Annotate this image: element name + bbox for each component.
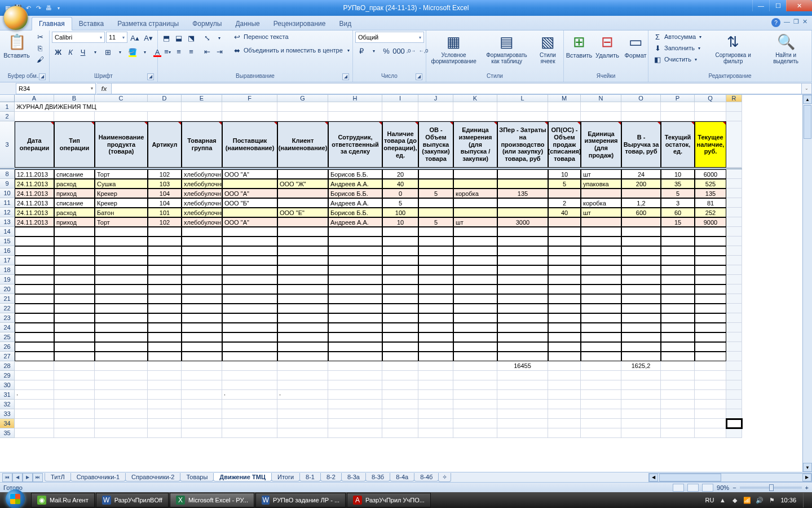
help-icon[interactable]: ? — [771, 18, 780, 27]
table-cell[interactable]: Торт — [95, 217, 148, 227]
table-cell[interactable]: Крекер — [95, 189, 148, 198]
sheet-tab[interactable]: Товары — [180, 473, 214, 481]
table-cell[interactable]: 0 — [382, 189, 418, 198]
column-header[interactable]: F — [222, 95, 277, 102]
scroll-left-icon[interactable]: ◀ — [649, 474, 658, 481]
taskbar-button[interactable]: ◉Mail.Ru Агент — [31, 493, 95, 507]
dialog-launcher-icon[interactable]: ◢ — [147, 73, 154, 80]
zoom-level[interactable]: 90% — [717, 484, 729, 491]
tray-action-center-icon[interactable]: ⚑ — [768, 496, 776, 504]
table-cell[interactable]: приход — [54, 189, 95, 198]
table-cell[interactable] — [453, 169, 497, 179]
column-header[interactable]: J — [418, 95, 453, 102]
font-size-dropdown[interactable]: 11▾ — [106, 32, 127, 43]
show-desktop-button[interactable] — [803, 493, 809, 507]
table-cell[interactable]: Борисов Б.Б. — [328, 169, 382, 179]
insert-cells-button[interactable]: ⊞Вставить — [566, 32, 592, 60]
table-cell[interactable]: 60 — [661, 208, 695, 217]
sheet-tab[interactable]: 8-2 — [320, 473, 342, 481]
table-cell[interactable]: 10 — [661, 169, 695, 179]
table-cell[interactable] — [581, 217, 621, 227]
table-cell[interactable]: хлебобулочн — [182, 198, 222, 208]
column-header[interactable]: M — [548, 95, 581, 102]
table-cell[interactable]: 102 — [148, 169, 182, 179]
table-cell[interactable]: ООО "Е" — [277, 208, 328, 217]
column-header[interactable]: P — [661, 95, 695, 102]
table-cell[interactable]: 103 — [148, 179, 182, 189]
dialog-launcher-icon[interactable]: ◢ — [342, 73, 349, 80]
table-cell[interactable] — [277, 189, 328, 198]
start-button[interactable] — [0, 492, 30, 508]
dialog-launcher-icon[interactable]: ◢ — [416, 73, 422, 80]
delete-cells-button[interactable]: ⊟Удалить — [594, 32, 620, 60]
table-cell[interactable]: 102 — [148, 217, 182, 227]
sheet-tab[interactable]: 8-3а — [341, 473, 366, 481]
new-sheet-button[interactable]: ✧ — [438, 473, 451, 482]
table-cell[interactable]: расход — [54, 179, 95, 189]
table-cell[interactable]: 40 — [382, 179, 418, 189]
table-cell[interactable]: приход — [54, 217, 95, 227]
close-button[interactable]: ✕ — [786, 0, 812, 11]
column-header[interactable]: D — [148, 95, 182, 102]
table-cell[interactable]: шт — [581, 208, 621, 217]
table-cell[interactable] — [621, 189, 661, 198]
table-cell[interactable]: 24.11.2013 — [15, 189, 54, 198]
hscroll-thumb[interactable] — [659, 474, 721, 481]
column-header[interactable]: K — [453, 95, 497, 102]
table-cell[interactable] — [453, 198, 497, 208]
align-top-button[interactable]: ⬒ — [160, 32, 173, 44]
table-cell[interactable]: 104 — [148, 198, 182, 208]
table-cell[interactable] — [277, 217, 328, 227]
ribbon-tab[interactable]: Формулы — [186, 17, 228, 30]
conditional-format-button[interactable]: ▦Условное форматирование — [429, 32, 479, 65]
table-cell[interactable]: 135 — [497, 189, 548, 198]
table-cell[interactable]: 1,2 — [621, 198, 661, 208]
autosum-button[interactable]: ΣАвтосумма▾ — [651, 32, 704, 42]
table-cell[interactable]: 5 — [418, 189, 453, 198]
sheet-tab[interactable]: 8-4б — [414, 473, 439, 481]
clock[interactable]: 10:36 — [780, 497, 796, 503]
office-button[interactable] — [3, 6, 28, 30]
taskbar-button[interactable]: WРазрУчПрилВOff — [96, 493, 169, 507]
table-cell[interactable]: хлебобулочн — [182, 189, 222, 198]
fx-button[interactable]: fx — [97, 83, 112, 94]
table-cell[interactable] — [548, 189, 581, 198]
table-cell[interactable]: 5 — [548, 179, 581, 189]
bold-button[interactable]: Ж — [52, 46, 64, 58]
scroll-down-icon[interactable]: ▼ — [803, 463, 812, 472]
table-cell[interactable]: Сушка — [95, 179, 148, 189]
table-cell[interactable] — [453, 208, 497, 217]
taskbar-button[interactable]: WРУПвО задание ЛР - ... — [255, 493, 346, 507]
table-cell[interactable]: 252 — [695, 208, 726, 217]
table-cell[interactable]: ООО "А" — [222, 189, 277, 198]
tray-flag-icon[interactable]: ▲ — [718, 496, 726, 504]
vertical-scrollbar[interactable]: ▲ ▼ — [802, 95, 812, 472]
doc-restore-icon[interactable]: ❐ — [793, 18, 799, 27]
table-cell[interactable]: 10 — [548, 169, 581, 179]
table-cell[interactable]: 600 — [621, 208, 661, 217]
find-select-button[interactable]: 🔍Найти и выделить — [762, 32, 809, 65]
table-cell[interactable]: 24.11.2013 — [15, 198, 54, 208]
table-cell[interactable]: хлебобулочные изделия — [182, 208, 222, 217]
column-header[interactable]: I — [382, 95, 418, 102]
taskbar-button[interactable]: AРазрУчПрил УчПО... — [347, 493, 431, 507]
table-cell[interactable]: 81 — [695, 198, 726, 208]
name-box[interactable]: R34▾ — [16, 83, 96, 94]
table-cell[interactable]: шт — [453, 217, 497, 227]
column-header[interactable]: N — [581, 95, 621, 102]
table-cell[interactable]: ООО "А" — [222, 169, 277, 179]
table-cell[interactable]: 24.11.2013 — [15, 179, 54, 189]
format-painter-button[interactable]: 🖌 — [33, 54, 47, 64]
column-header[interactable]: L — [497, 95, 548, 102]
sheet-nav-last-icon[interactable]: ⏭ — [33, 473, 43, 482]
sheet-tab[interactable]: Справочники-1 — [70, 473, 126, 481]
table-cell[interactable]: 100 — [382, 208, 418, 217]
wrap-text-button[interactable]: ↩Перенос текста — [230, 32, 352, 42]
percent-button[interactable]: % — [380, 45, 392, 57]
table-cell[interactable]: 135 — [695, 189, 726, 198]
table-cell[interactable]: хлебобулочн — [182, 169, 222, 179]
table-cell[interactable]: ООО "А" — [222, 217, 277, 227]
increase-indent-button[interactable]: ⇥ — [213, 45, 226, 58]
table-cell[interactable] — [418, 198, 453, 208]
column-header[interactable]: E — [182, 95, 222, 102]
